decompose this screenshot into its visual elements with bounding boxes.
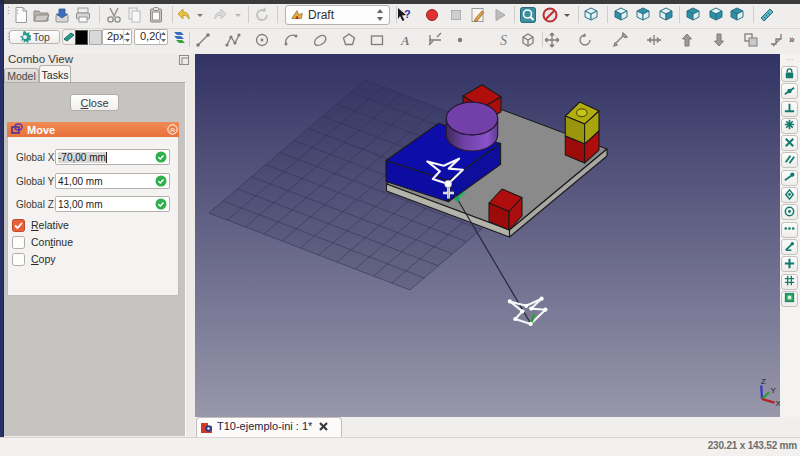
svg-text:A: A xyxy=(400,33,410,48)
svg-text:Y: Y xyxy=(771,386,777,395)
svg-text:S: S xyxy=(500,33,507,48)
svg-text:?: ? xyxy=(404,8,411,20)
svg-text:Z: Z xyxy=(761,377,766,386)
